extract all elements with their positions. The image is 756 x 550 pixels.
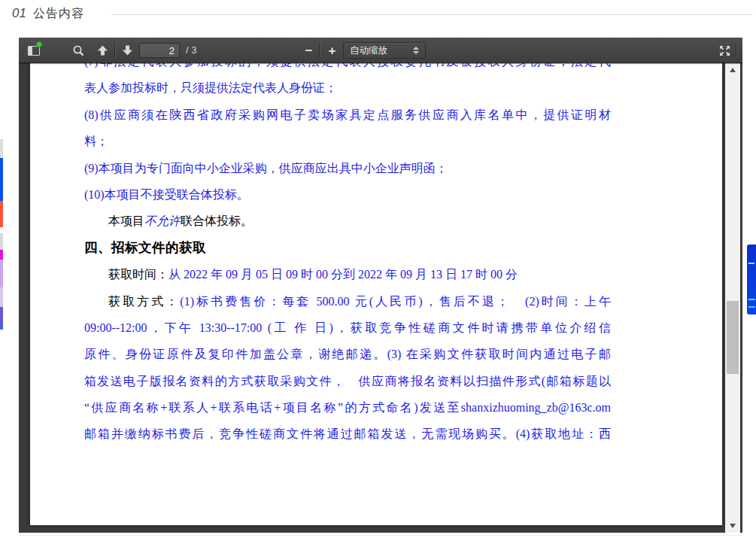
arrow-up-icon [96,44,109,56]
widget-mark [748,263,754,264]
doc-line: 料； [84,128,611,154]
scrollbar-thumb[interactable] [727,301,739,374]
doc-line: 箱发送电子版报名资料的方式获取采购文件， 供应商将报名资料以扫描件形式(邮箱标题… [84,368,611,394]
strip-segment [0,233,3,250]
doc-line: “供应商名称+联系人+联系电话+项目名称”的方式命名)发送至shanxizhuo… [84,394,611,421]
strip-segment [0,201,3,227]
section-title: 公告内容 [33,6,84,22]
minus-icon: − [305,44,313,57]
strip-segment [0,322,3,330]
zoom-level-select[interactable]: 自动缩放 [343,42,426,59]
pdf-page: (7)非法定代表人参加投标的，须提供法定代表人授权委托书及被授权人身份证；法定代… [30,63,722,525]
toolbar-separator [736,44,736,57]
doc-line: 表人参加投标时，只须提供法定代表人身份证； [84,74,611,101]
doc-line: (9)本项目为专门面向中小企业采购，供应商应出具中小企业声明函； [84,155,611,181]
strip-segment [0,307,3,322]
widget-mark [748,299,755,300]
doc-line: 本项目不允许联合体投标。 [84,208,611,234]
pdf-viewer: / 3 − + 自动缩放 (7) [19,38,742,533]
zoom-out-button[interactable]: − [299,41,319,60]
arrow-down-icon [121,44,134,56]
strip-segment [0,139,3,158]
select-arrows-icon [410,47,422,54]
doc-line: 获取方式：(1)标书费售价：每套 500.00 元(人民币)，售后不退； (2)… [84,288,611,315]
plus-icon: + [329,44,336,57]
viewer-scrollbar[interactable] [725,63,740,533]
section-bottom-divider [19,535,742,536]
doc-line: 邮箱并缴纳标书费后，竞争性磋商文件将通过邮箱发送，无需现场购买。(4)获取地址：… [84,421,611,447]
page-number-input[interactable] [139,43,180,58]
doc-heading: 四、招标文件的获取 [84,235,611,261]
presentation-mode-button[interactable] [715,41,735,60]
pdf-toolbar: / 3 − + 自动缩放 [19,38,742,63]
zoom-in-button[interactable]: + [322,41,342,60]
search-icon [72,44,85,57]
pdf-scroll-area[interactable]: (7)非法定代表人参加投标的，须提供法定代表人授权委托书及被授权人身份证；法定代… [19,63,742,533]
floating-side-widget[interactable] [747,245,756,315]
sidebar-toggle-button[interactable] [23,41,44,60]
next-page-button[interactable] [117,41,138,60]
toolbar-separator [114,44,115,57]
document-text: (7)非法定代表人参加投标的，须提供法定代表人授权委托书及被授权人身份证；法定代… [84,63,611,448]
previous-page-button[interactable] [93,41,113,60]
zoom-level-value: 自动缩放 [344,44,410,57]
section-number: 01 [12,6,26,21]
scroll-down-icon [730,524,736,528]
doc-line: 原件、身份证原件及复印件加盖公章，谢绝邮递。(3) 在采购文件获取时间内通过电子… [84,341,611,367]
section-header: 01 公告内容 [12,6,84,22]
strip-segment [0,158,3,201]
strip-segment [0,250,3,260]
doc-line: 09:00--12:00，下午 13:30--17:00 (工 作 日)，获取竞… [84,315,611,341]
notification-dot [36,41,42,47]
header-divider [111,14,753,15]
doc-line: (8)供应商须在陕西省政府采购网电子卖场家具定点服务供应商入库名单中，提供证明材 [84,102,611,128]
doc-line: (7)非法定代表人参加投标的，须提供法定代表人授权委托书及被授权人身份证；法定代 [84,63,611,74]
strip-segment [0,227,3,233]
left-edge-strip [0,0,3,550]
doc-line: 获取时间：从 2022 年 09 月 05 日 09 时 00 分到 2022 … [84,261,611,287]
search-button[interactable] [68,41,89,60]
strip-segment [0,287,3,307]
fullscreen-icon [718,44,731,57]
doc-line: (10)本项目不接受联合体投标。 [84,181,611,208]
toolbar-separator [319,44,320,57]
scrollbar-down-button[interactable] [725,521,740,531]
widget-mark [748,306,755,308]
strip-segment [0,260,3,287]
scrollbar-up-button[interactable] [725,65,740,75]
scroll-up-icon [730,68,736,72]
page-count-label: / 3 [186,38,196,63]
